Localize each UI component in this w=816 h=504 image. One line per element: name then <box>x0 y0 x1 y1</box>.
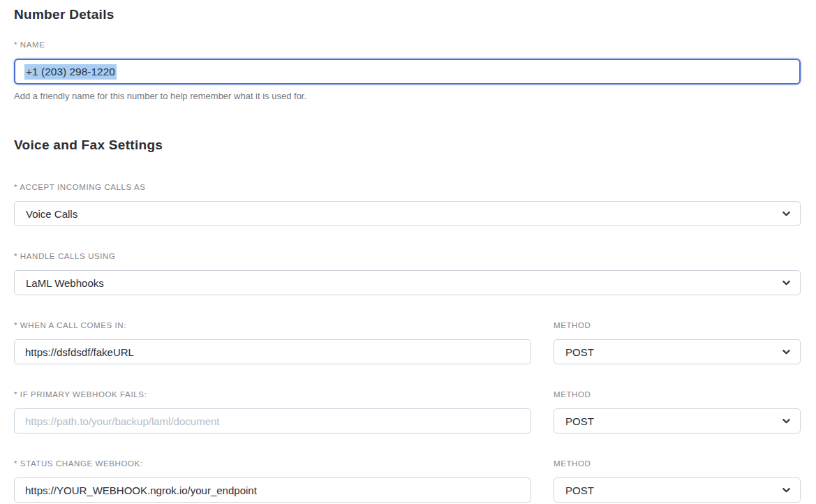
primary-fails-input[interactable] <box>14 408 531 433</box>
method-label: METHOD <box>554 321 801 329</box>
name-input[interactable]: +1 (203) 298-1220 <box>14 59 801 84</box>
chevron-down-icon <box>782 209 791 218</box>
status-change-input[interactable] <box>14 477 531 503</box>
handle-calls-label: * HANDLE CALLS USING <box>14 252 801 260</box>
status-change-method-field: METHOD POST <box>554 459 801 503</box>
primary-fails-method-select[interactable]: POST <box>554 408 801 433</box>
call-comes-in-method-field: METHOD POST <box>554 321 801 364</box>
handle-calls-field: * HANDLE CALLS USING LaML Webhooks <box>14 252 801 295</box>
primary-fails-method-field: METHOD POST <box>554 390 801 433</box>
call-comes-in-method-select[interactable]: POST <box>554 339 801 364</box>
accept-incoming-select-value: Voice Calls <box>26 208 77 220</box>
voice-fax-heading: Voice and Fax Settings <box>14 138 801 153</box>
call-comes-in-field: * WHEN A CALL COMES IN: <box>14 321 531 364</box>
chevron-down-icon <box>782 348 791 357</box>
chevron-down-icon <box>782 417 791 426</box>
status-change-label: * STATUS CHANGE WEBHOOK: <box>14 459 531 468</box>
chevron-down-icon <box>782 279 791 288</box>
method-select-value: POST <box>565 346 594 358</box>
call-comes-in-input[interactable] <box>14 339 531 364</box>
call-comes-in-label: * WHEN A CALL COMES IN: <box>14 321 531 329</box>
primary-fails-row: * IF PRIMARY WEBHOOK FAILS: METHOD POST <box>14 390 801 433</box>
call-comes-in-row: * WHEN A CALL COMES IN: METHOD POST <box>14 321 801 364</box>
accept-incoming-select[interactable]: Voice Calls <box>14 201 801 226</box>
method-select-value: POST <box>565 415 594 427</box>
status-change-field: * STATUS CHANGE WEBHOOK: <box>14 459 531 503</box>
status-change-row: * STATUS CHANGE WEBHOOK: METHOD POST <box>14 459 801 503</box>
number-settings-page: Number Details * NAME +1 (203) 298-1220 … <box>0 0 816 504</box>
chevron-down-icon <box>782 486 791 495</box>
name-input-selected-text: +1 (203) 298-1220 <box>24 64 117 80</box>
method-label: METHOD <box>554 390 801 399</box>
handle-calls-select[interactable]: LaML Webhooks <box>14 270 801 295</box>
primary-fails-label: * IF PRIMARY WEBHOOK FAILS: <box>14 390 531 399</box>
handle-calls-select-value: LaML Webhooks <box>26 277 104 289</box>
name-helper-text: Add a friendly name for this number to h… <box>14 91 801 102</box>
method-select-value: POST <box>565 484 594 496</box>
number-details-heading: Number Details <box>14 7 801 22</box>
primary-fails-field: * IF PRIMARY WEBHOOK FAILS: <box>14 390 531 433</box>
name-label: * NAME <box>14 40 801 49</box>
accept-incoming-label: * ACCEPT INCOMING CALLS AS <box>14 183 801 191</box>
method-label: METHOD <box>554 459 801 468</box>
name-field: * NAME +1 (203) 298-1220 Add a friendly … <box>14 40 801 102</box>
status-change-method-select[interactable]: POST <box>554 477 801 503</box>
accept-incoming-field: * ACCEPT INCOMING CALLS AS Voice Calls <box>14 183 801 226</box>
